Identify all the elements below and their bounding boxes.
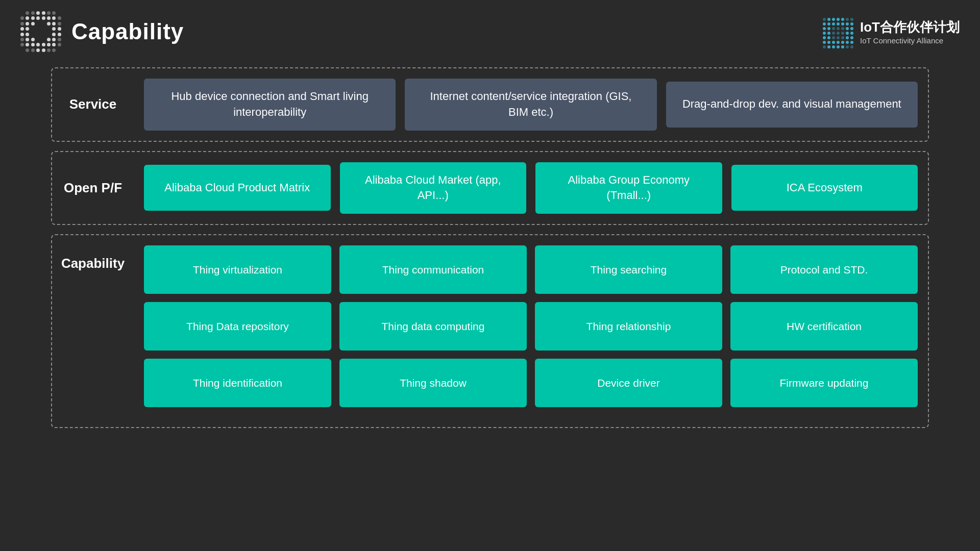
capability-item-12: Firmware updating [730, 359, 918, 407]
capability-item-6: Thing data computing [339, 302, 527, 350]
page-title: Capability [71, 19, 184, 44]
service-box-1: Hub device connection and Smart living i… [144, 79, 396, 131]
brand-subtitle: IoT Connectivity Alliance [860, 36, 960, 45]
platform-box-3: Alibaba Group Economy (Tmall...) [535, 162, 722, 214]
service-section: Service Hub device connection and Smart … [51, 67, 929, 142]
service-box-3: Drag-and-drop dev. and visual management [666, 82, 918, 128]
capability-item-4: Protocol and STD. [730, 245, 918, 294]
brand-logo-icon [823, 18, 851, 46]
open-pf-label: Open P/F [52, 152, 134, 224]
logo-icon [20, 11, 61, 52]
header-left: Capability [20, 11, 184, 52]
platform-box-2: Alibaba Cloud Market (app, API...) [340, 162, 527, 214]
capability-section: Capability Thing virtualization Thing co… [51, 234, 929, 428]
brand-title: IoT合作伙伴计划 [860, 18, 960, 36]
capability-item-11: Device driver [535, 359, 722, 407]
service-content: Hub device connection and Smart living i… [134, 68, 928, 141]
capability-item-9: Thing identification [144, 359, 331, 407]
capability-item-8: HW certification [730, 302, 918, 350]
service-label: Service [52, 68, 134, 141]
capability-item-3: Thing searching [535, 245, 722, 294]
open-pf-content: Alibaba Cloud Product Matrix Alibaba Clo… [134, 152, 928, 224]
capability-item-1: Thing virtualization [144, 245, 331, 294]
capability-item-10: Thing shadow [339, 359, 527, 407]
platform-box-1: Alibaba Cloud Product Matrix [144, 165, 331, 211]
capability-item-5: Thing Data repository [144, 302, 331, 350]
capability-grid: Thing virtualization Thing communication… [134, 235, 928, 417]
platform-box-4: ICA Ecosystem [731, 165, 918, 211]
brand-text: IoT合作伙伴计划 IoT Connectivity Alliance [860, 18, 960, 45]
main-content: Service Hub device connection and Smart … [0, 57, 980, 438]
service-box-2: Internet content/service integration (GI… [405, 79, 656, 131]
open-pf-section: Open P/F Alibaba Cloud Product Matrix Al… [51, 151, 929, 226]
capability-label: Capability [52, 235, 134, 282]
capability-item-7: Thing relationship [535, 302, 722, 350]
capability-item-2: Thing communication [339, 245, 527, 294]
header-right: IoT合作伙伴计划 IoT Connectivity Alliance [823, 18, 960, 46]
header: Capability IoT合作伙伴计划 IoT Connectivity Al… [0, 0, 980, 57]
